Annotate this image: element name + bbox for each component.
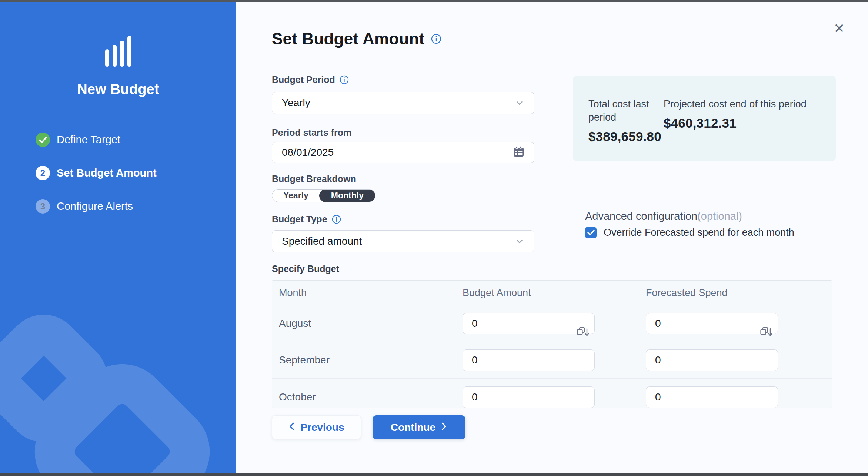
close-icon[interactable]: ✕ [831,20,848,37]
column-header-month: Month [272,287,463,299]
budget-period-value: Yearly [282,97,310,109]
wizard-steps: Define Target 2 Set Budget Amount 3 Conf… [36,133,157,214]
toggle-option-yearly[interactable]: Yearly [272,190,320,202]
budget-amount-input-october[interactable] [463,386,595,408]
info-icon[interactable] [332,215,341,224]
brand-watermark [0,299,236,473]
budget-type-value: Specified amount [282,235,362,247]
optional-suffix: (optional) [697,210,742,222]
previous-button-label: Previous [300,422,344,433]
step-set-budget-amount[interactable]: 2 Set Budget Amount [36,166,157,180]
month-cell: September [272,354,463,366]
table-row-august: August [272,305,832,342]
budget-breakdown-toggle: Yearly Monthly [272,189,375,202]
period-starts-value: 08/01/2025 [282,147,334,158]
column-header-forecasted-spend: Forecasted Spend [646,287,832,299]
budget-breakdown-label: Budget Breakdown [272,174,356,184]
period-starts-label-text: Period starts from [272,127,351,138]
advanced-title-text: Advanced configuration [585,210,697,222]
chevron-left-icon [288,422,295,433]
cost-summary-panel: Total cost last period $389,659.80 Proje… [573,76,836,161]
budget-period-label-text: Budget Period [272,74,335,85]
continue-button-label: Continue [391,422,435,433]
bar-chart-icon [105,36,131,67]
total-cost-block: Total cost last period $389,659.80 [573,76,653,161]
chevron-right-icon [441,422,447,433]
forecasted-spend-input-august[interactable] [646,313,778,334]
budget-period-select[interactable]: Yearly [272,92,534,114]
budget-period-label: Budget Period [272,74,349,85]
month-cell: October [272,391,463,403]
override-forecast-row: Override Forecasted spend for each month [585,227,794,238]
projected-cost-label: Projected cost end of this period [664,97,823,111]
wizard-sidebar: New Budget Define Target 2 Set Budget Am… [0,0,236,476]
brand-block: New Budget [0,36,236,97]
continue-button[interactable]: Continue [373,415,465,439]
step-configure-alerts[interactable]: 3 Configure Alerts [36,199,157,214]
step-define-target[interactable]: Define Target [36,133,157,147]
table-row-october: October [272,379,832,408]
page-header: Set Budget Amount [272,30,441,48]
copy-down-icon[interactable] [760,326,773,340]
budget-amount-input-august[interactable] [463,313,595,334]
new-budget-modal: New Budget Define Target 2 Set Budget Am… [0,0,868,476]
override-forecast-label: Override Forecasted spend for each month [604,227,794,238]
total-cost-label: Total cost last period [588,97,653,124]
step-number-badge: 3 [36,199,50,214]
copy-down-icon[interactable] [576,326,590,340]
toggle-option-monthly[interactable]: Monthly [319,189,375,202]
specify-budget-title: Specify Budget [272,264,339,274]
info-icon[interactable] [431,34,441,44]
step-done-check-icon [36,133,50,147]
budget-breakdown-label-text: Budget Breakdown [272,174,356,184]
total-cost-value: $389,659.80 [588,129,653,144]
chevron-down-icon [515,98,524,108]
step-label: Define Target [57,134,120,146]
column-header-budget-amount: Budget Amount [463,287,646,299]
previous-button[interactable]: Previous [272,415,361,439]
specify-budget-table: Month Budget Amount Forecasted Spend Aug… [272,280,832,408]
forecasted-spend-input-october[interactable] [646,386,778,408]
step-label: Set Budget Amount [57,167,157,179]
override-forecast-checkbox[interactable] [585,227,597,238]
step-label: Configure Alerts [57,200,133,212]
month-cell: August [272,318,463,329]
page-title: Set Budget Amount [272,30,424,48]
table-header-row: Month Budget Amount Forecasted Spend [272,281,832,305]
budget-type-label: Budget Type [272,214,341,225]
forecasted-spend-input-september[interactable] [646,349,778,371]
budget-amount-input-september[interactable] [463,349,595,371]
table-row-september: September [272,342,832,379]
screen-edge-top [0,0,868,2]
info-icon[interactable] [340,75,349,84]
period-starts-label: Period starts from [272,127,351,138]
chevron-down-icon [515,237,524,246]
projected-cost-value: $460,312.31 [664,116,825,131]
projected-cost-block: Projected cost end of this period $460,3… [653,76,825,161]
period-starts-date-field[interactable]: 08/01/2025 [272,142,534,163]
step-number-badge: 2 [36,166,50,180]
screen-edge-bottom [0,473,868,476]
advanced-configuration-title: Advanced configuration(optional) [585,210,742,222]
calendar-icon[interactable] [513,145,524,160]
wizard-title: New Budget [77,81,159,97]
budget-type-label-text: Budget Type [272,214,327,225]
budget-type-select[interactable]: Specified amount [272,230,534,252]
